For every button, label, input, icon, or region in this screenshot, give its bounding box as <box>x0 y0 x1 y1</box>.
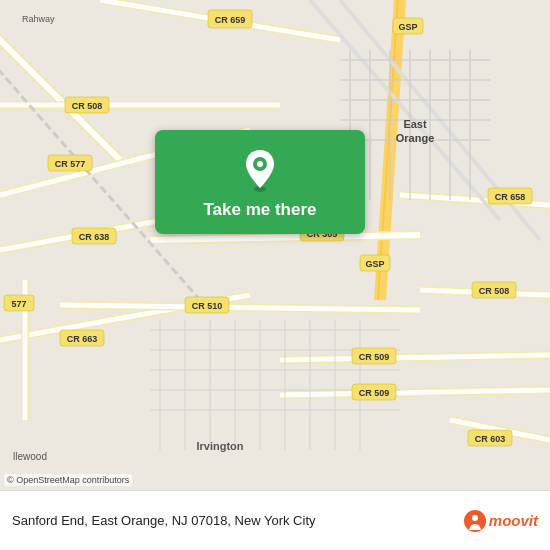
moovit-wordmark: moovit <box>489 512 538 529</box>
svg-text:Rahway: Rahway <box>22 14 55 24</box>
svg-text:GSP: GSP <box>398 22 417 32</box>
svg-rect-1 <box>0 0 550 490</box>
svg-text:GSP: GSP <box>365 259 384 269</box>
svg-text:CR 509: CR 509 <box>359 352 390 362</box>
svg-text:CR 659: CR 659 <box>215 15 246 25</box>
svg-text:CR 663: CR 663 <box>67 334 98 344</box>
address-text: Sanford End, East Orange, NJ 07018, New … <box>12 513 464 528</box>
svg-text:CR 658: CR 658 <box>495 192 526 202</box>
map-view: CR 659 GSP CR 508 CR 577 East Orange CR … <box>0 0 550 490</box>
svg-text:CR 508: CR 508 <box>72 101 103 111</box>
cta-label: Take me there <box>203 200 316 220</box>
svg-text:Orange: Orange <box>396 132 435 144</box>
map-attribution: © OpenStreetMap contributors <box>4 474 132 486</box>
take-me-there-button[interactable]: Take me there <box>155 130 365 234</box>
svg-text:CR 577: CR 577 <box>55 159 86 169</box>
location-pin-icon <box>242 148 278 192</box>
svg-point-101 <box>472 515 478 521</box>
svg-point-99 <box>257 161 263 167</box>
moovit-person-icon <box>464 510 486 532</box>
svg-text:CR 509: CR 509 <box>359 388 390 398</box>
svg-text:llewood: llewood <box>13 451 47 462</box>
svg-text:CR 508: CR 508 <box>479 286 510 296</box>
bottom-bar: Sanford End, East Orange, NJ 07018, New … <box>0 490 550 550</box>
svg-text:East: East <box>403 118 427 130</box>
svg-text:CR 510: CR 510 <box>192 301 223 311</box>
svg-text:CR 638: CR 638 <box>79 232 110 242</box>
svg-text:Irvington: Irvington <box>196 440 243 452</box>
moovit-logo: moovit <box>464 510 538 532</box>
svg-text:CR 603: CR 603 <box>475 434 506 444</box>
svg-text:577: 577 <box>11 299 26 309</box>
